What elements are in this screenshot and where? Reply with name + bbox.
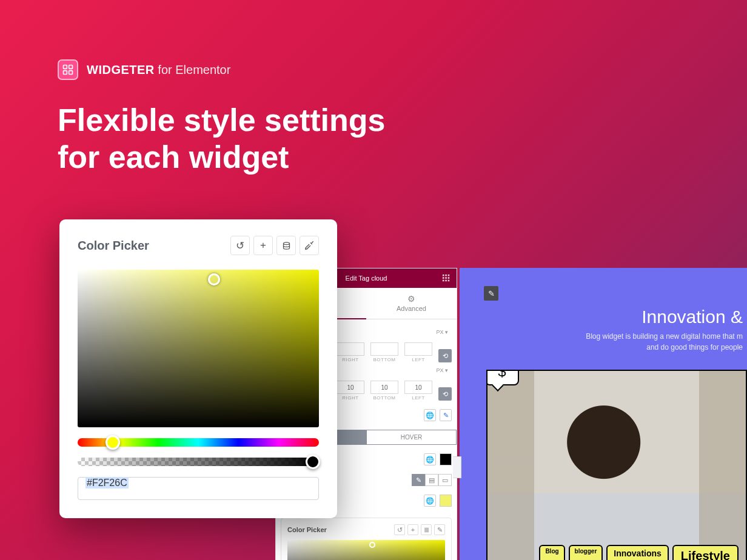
mini-color-picker: Color Picker ↺ + ≣ ✎ <box>281 518 452 560</box>
svg-rect-7 <box>448 275 450 276</box>
svg-rect-1 <box>69 65 73 69</box>
svg-rect-2 <box>64 71 67 75</box>
mini-stack-button[interactable]: ≣ <box>421 524 432 535</box>
logo-icon <box>58 59 78 80</box>
page-headline: Flexible style settings for each widget <box>58 102 385 176</box>
stack-icon <box>282 241 291 250</box>
headline-line1: Flexible style settings <box>58 102 385 138</box>
tab-advanced[interactable]: ⚙ Advanced <box>366 288 457 319</box>
mini-eyedropper-button[interactable]: ✎ <box>434 524 445 535</box>
link-values-2[interactable]: ⟲ <box>438 387 452 401</box>
preview-title: Innovation & <box>478 307 747 327</box>
brand-text: WIDGETER for Elementor <box>87 63 230 77</box>
dim-bottom-2[interactable]: 10 <box>370 381 398 394</box>
svg-rect-0 <box>64 65 67 69</box>
link-values-1[interactable]: ⟲ <box>438 349 452 362</box>
background-type-group: ✎ ▤ ▭ <box>412 474 452 486</box>
blog-card: $ Blog blogger Innovations Lifestyle <box>486 370 747 560</box>
card-photo <box>487 371 746 560</box>
tag-item[interactable]: Lifestyle <box>672 545 739 560</box>
hue-slider[interactable] <box>78 438 319 447</box>
state-hover[interactable]: HOVER <box>366 430 457 445</box>
dim-bottom-1[interactable] <box>370 342 398 356</box>
hue-thumb[interactable] <box>106 435 120 450</box>
svg-rect-8 <box>443 277 444 279</box>
svg-rect-13 <box>448 280 450 282</box>
globe-icon-3[interactable]: 🌐 <box>424 495 436 507</box>
color-picker-toolbar: ↺ + <box>230 236 319 255</box>
mini-picker-title: Color Picker <box>287 526 327 533</box>
svg-rect-9 <box>445 277 447 279</box>
grid-icon[interactable] <box>442 274 451 282</box>
svg-rect-6 <box>445 275 447 276</box>
preset-stack-button[interactable] <box>276 236 296 255</box>
saturation-cursor[interactable] <box>208 273 220 285</box>
svg-rect-12 <box>445 280 447 282</box>
dim-left-1[interactable] <box>404 342 432 356</box>
tag-item[interactable]: blogger <box>569 545 603 560</box>
dim-right-2[interactable]: 10 <box>337 381 364 394</box>
headline-line2: for each widget <box>58 139 289 175</box>
tag-item[interactable]: Blog <box>539 545 564 560</box>
dim-left-2[interactable]: 10 <box>404 381 432 394</box>
add-button[interactable]: + <box>253 236 273 255</box>
globe-icon[interactable]: 🌐 <box>424 409 436 421</box>
undo-button[interactable]: ↺ <box>230 236 250 255</box>
brand-name: WIDGETER <box>87 63 155 76</box>
edit-handle-icon[interactable]: ✎ <box>484 286 498 301</box>
preview-subtitle: Blog widget is building a new digital ho… <box>478 331 747 353</box>
gear-icon: ⚙ <box>366 294 457 304</box>
alpha-thumb[interactable] <box>306 455 320 469</box>
mini-add-button[interactable]: + <box>407 524 418 535</box>
mini-cursor[interactable] <box>369 542 375 548</box>
tag-item[interactable]: Innovations <box>606 545 669 560</box>
dollar-icon: $ <box>498 370 506 380</box>
color-swatch-black[interactable] <box>440 453 452 465</box>
brand-header: WIDGETER for Elementor <box>58 59 230 80</box>
svg-rect-10 <box>448 277 450 279</box>
tag-cloud: Blog blogger Innovations Lifestyle <box>539 545 739 560</box>
mini-undo-button[interactable]: ↺ <box>394 524 405 535</box>
globe-icon-2[interactable]: 🌐 <box>424 453 436 465</box>
bg-type-video[interactable]: ▭ <box>438 474 452 486</box>
alpha-slider[interactable] <box>78 458 319 466</box>
hex-value: #F2F26C <box>85 477 129 488</box>
color-picker-title: Color Picker <box>78 239 149 253</box>
brand-suffix: for Elementor <box>158 63 230 76</box>
edit-pencil-icon[interactable]: ✎ <box>440 409 452 421</box>
svg-point-4 <box>283 242 289 244</box>
bg-type-gradient[interactable]: ▤ <box>425 474 438 486</box>
svg-rect-3 <box>69 71 73 75</box>
price-bubble: $ <box>486 370 519 385</box>
bg-type-classic[interactable]: ✎ <box>412 474 425 486</box>
mini-saturation-field[interactable] <box>287 540 445 560</box>
hex-input[interactable]: #F2F26C <box>78 477 319 500</box>
eyedropper-icon <box>304 241 314 250</box>
svg-rect-5 <box>443 275 444 276</box>
blog-preview: ✎ Innovation & Blog widget is building a… <box>460 268 747 560</box>
saturation-field[interactable] <box>78 270 319 427</box>
dim-right-1[interactable] <box>337 342 364 356</box>
eyedropper-button[interactable] <box>300 236 319 255</box>
svg-rect-11 <box>443 280 444 282</box>
color-picker-card: Color Picker ↺ + #F2F26C <box>59 219 337 518</box>
color-swatch-yellow[interactable] <box>440 495 452 507</box>
panel-resize-handle[interactable] <box>453 456 461 478</box>
panel-title: Edit Tag cloud <box>346 275 387 282</box>
